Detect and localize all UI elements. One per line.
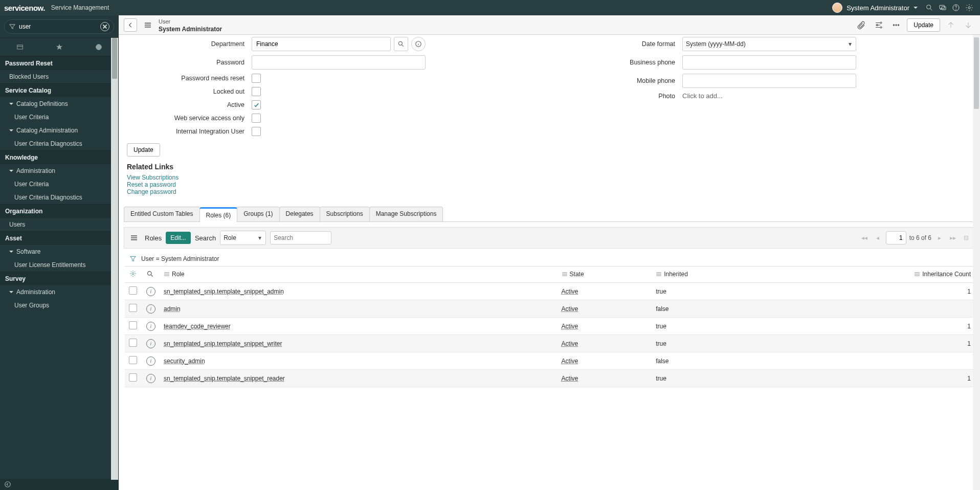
- user-menu[interactable]: System Administrator: [832, 3, 918, 13]
- col-inherited[interactable]: Inherited: [652, 266, 775, 283]
- row-checkbox[interactable]: [129, 356, 137, 364]
- next-record-icon[interactable]: [962, 18, 975, 32]
- state-cell[interactable]: Active: [562, 305, 578, 313]
- nav-app[interactable]: Asset: [0, 231, 118, 245]
- nav-app[interactable]: Survey: [0, 272, 118, 285]
- breadcrumb-text[interactable]: User = System Administrator: [141, 255, 219, 262]
- state-cell[interactable]: Active: [562, 340, 578, 347]
- state-cell[interactable]: Active: [562, 358, 578, 365]
- clear-filter-icon[interactable]: [100, 22, 109, 31]
- nav-module[interactable]: Administration: [0, 164, 118, 177]
- nav-module[interactable]: Administration: [0, 285, 118, 299]
- related-link[interactable]: View Subscriptions: [127, 174, 980, 181]
- prev-page-icon[interactable]: ◂: [873, 233, 883, 243]
- intg-checkbox[interactable]: [252, 127, 261, 136]
- related-link[interactable]: Change password: [127, 188, 980, 195]
- nav-module[interactable]: User Criteria Diagnostics: [0, 137, 118, 150]
- role-link[interactable]: admin: [164, 305, 181, 313]
- chat-icon[interactable]: [936, 1, 949, 14]
- row-info-icon[interactable]: i: [146, 287, 155, 296]
- nav-app[interactable]: Organization: [0, 204, 118, 218]
- prev-record-icon[interactable]: [944, 18, 957, 32]
- state-cell[interactable]: Active: [562, 323, 578, 330]
- content-scrollbar[interactable]: [973, 35, 980, 490]
- row-checkbox[interactable]: [129, 321, 137, 329]
- search-icon[interactable]: [923, 1, 936, 14]
- needs-reset-checkbox[interactable]: [252, 74, 261, 83]
- nav-tab-all[interactable]: [0, 38, 39, 56]
- col-role[interactable]: Role: [160, 266, 558, 283]
- personalize-icon[interactable]: [129, 272, 137, 279]
- gear-icon[interactable]: [963, 1, 976, 14]
- locked-checkbox[interactable]: [252, 87, 261, 96]
- nav-module[interactable]: User Criteria: [0, 110, 118, 124]
- form-update-button[interactable]: Update: [127, 143, 160, 157]
- page-input[interactable]: [886, 231, 906, 244]
- settings-icon[interactable]: [872, 18, 885, 32]
- edit-button[interactable]: Edit...: [166, 232, 191, 244]
- nav-tab-favorites[interactable]: [39, 38, 79, 56]
- role-link[interactable]: sn_templated_snip.template_snippet_admin: [164, 288, 284, 295]
- tab[interactable]: Delegates: [279, 207, 320, 221]
- nav-module[interactable]: Blocked Users: [0, 70, 118, 83]
- tab[interactable]: Entitled Custom Tables: [124, 207, 200, 221]
- active-checkbox[interactable]: [252, 100, 261, 109]
- row-checkbox[interactable]: [129, 339, 137, 347]
- department-field[interactable]: [252, 37, 391, 51]
- first-page-icon[interactable]: ◂◂: [859, 233, 870, 243]
- collapse-icon[interactable]: ⊟: [961, 233, 971, 243]
- tab[interactable]: Roles (6): [199, 207, 238, 222]
- row-info-icon[interactable]: i: [146, 374, 155, 383]
- nav-module[interactable]: User License Entitlements: [0, 258, 118, 272]
- role-link[interactable]: teamdev_code_reviewer: [164, 323, 231, 330]
- tab[interactable]: Subscriptions: [320, 207, 370, 221]
- row-info-icon[interactable]: i: [146, 339, 155, 348]
- nav-filter-input[interactable]: [19, 23, 100, 30]
- state-cell[interactable]: Active: [562, 375, 578, 382]
- nav-module[interactable]: Catalog Definitions: [0, 97, 118, 110]
- update-button[interactable]: Update: [907, 18, 940, 32]
- datefmt-select[interactable]: System (yyyy-MM-dd): [682, 37, 856, 51]
- nav-app[interactable]: Password Reset: [0, 56, 118, 70]
- nav-module[interactable]: Software: [0, 245, 118, 258]
- info-icon[interactable]: [411, 37, 426, 51]
- row-checkbox[interactable]: [129, 373, 137, 382]
- row-info-icon[interactable]: i: [146, 322, 155, 331]
- col-state[interactable]: State: [558, 266, 652, 283]
- mphone-field[interactable]: [682, 74, 856, 88]
- password-field[interactable]: [252, 55, 426, 70]
- search-field-select[interactable]: Role: [220, 231, 266, 245]
- col-count[interactable]: Inheritance Count: [775, 266, 975, 283]
- tab[interactable]: Manage Subscriptions: [369, 207, 443, 221]
- row-checkbox[interactable]: [129, 304, 137, 312]
- row-info-icon[interactable]: i: [146, 304, 155, 314]
- form-menu-icon[interactable]: [141, 18, 154, 32]
- nav-scrollbar[interactable]: [111, 38, 118, 480]
- help-icon[interactable]: [949, 1, 963, 14]
- more-icon[interactable]: [889, 18, 903, 32]
- nav-app[interactable]: Service Catalog: [0, 83, 118, 97]
- nav-module[interactable]: Users: [0, 218, 118, 231]
- role-link[interactable]: security_admin: [164, 358, 205, 365]
- nav-module[interactable]: User Groups: [0, 299, 118, 312]
- nav-module[interactable]: User Criteria Diagnostics: [0, 191, 118, 204]
- role-link[interactable]: sn_templated_snip.template_snippet_write…: [164, 340, 282, 347]
- nav-app[interactable]: Knowledge: [0, 150, 118, 164]
- row-checkbox[interactable]: [129, 286, 137, 295]
- search-row-icon[interactable]: [146, 272, 154, 279]
- state-cell[interactable]: Active: [562, 288, 578, 295]
- bphone-field[interactable]: [682, 55, 856, 70]
- back-button[interactable]: [124, 18, 137, 32]
- ws-checkbox[interactable]: [252, 114, 261, 123]
- tab[interactable]: Groups (1): [237, 207, 279, 221]
- nav-module[interactable]: Catalog Administration: [0, 124, 118, 137]
- next-page-icon[interactable]: ▸: [934, 233, 945, 243]
- role-link[interactable]: sn_templated_snip.template_snippet_reade…: [164, 375, 285, 382]
- list-search-input[interactable]: [270, 231, 331, 244]
- lookup-icon[interactable]: [394, 37, 408, 51]
- photo-add[interactable]: Click to add...: [682, 92, 723, 100]
- related-link[interactable]: Reset a password: [127, 181, 980, 188]
- last-page-icon[interactable]: ▸▸: [948, 233, 958, 243]
- row-info-icon[interactable]: i: [146, 357, 155, 366]
- attachment-icon[interactable]: [855, 18, 868, 32]
